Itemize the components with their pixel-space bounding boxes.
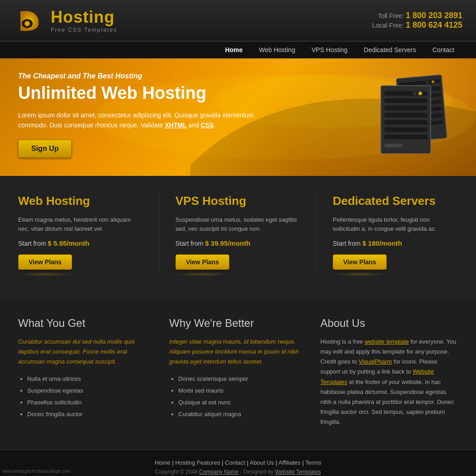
website-templates-link[interactable]: Website Templates [321,368,434,385]
designed-by: - Designed by [240,469,275,475]
list-item: Donec fringilla auctor [27,408,155,420]
info-title-1: Why We're Better [169,317,306,330]
svg-rect-14 [381,86,431,154]
tollfree-line: Toll Free: 1 800 203 2891 [372,11,462,20]
info-section: What You Get Curabitur accumsan dui sed … [0,299,476,450]
svg-rect-16 [384,98,427,103]
view-plans-btn-0[interactable]: View Plans [18,254,72,270]
nav-contact[interactable]: Contact [424,42,462,58]
feature-title-0: Web Hosting [18,194,143,208]
features-section: Web Hosting Etiam magna metus, hendrerit… [0,176,476,299]
feature-dedicated: Dedicated Servers Pellentesque ligula to… [328,194,462,277]
btn-shadow-2 [333,272,387,276]
feature-title-1: VPS Hosting [175,194,301,208]
localfree-label: Local Free: [372,22,404,29]
list-item: Quisque at est nunc [178,397,306,408]
hero-and: and [187,121,201,129]
svg-rect-17 [384,106,427,110]
feature-desc-2: Pellentesque ligula tortor, feugiat non … [333,215,458,234]
list-item: Morbi sed mauris [178,385,306,397]
nav-home[interactable]: Home [217,42,251,58]
feature-web-hosting: Web Hosting Etiam magna metus, hendrerit… [14,194,148,277]
info-what-you-get: What You Get Curabitur accumsan dui sed … [18,317,155,427]
footer-link-affiliates[interactable]: Affiliates [278,459,301,466]
tollfree-label: Toll Free: [378,12,404,19]
footer-link-hosting-features[interactable]: Hosting Features [175,459,220,466]
list-item: Phasellus sollicitudin [27,397,155,408]
svg-point-22 [418,92,422,95]
css-link[interactable]: CSS [201,121,214,129]
info-about-us: About Us Hosting is a free website templ… [321,317,458,427]
info-body-2: Hosting is a free website template for e… [321,337,458,427]
price-value-1: $ 39.95/month [205,239,250,247]
svg-rect-21 [384,135,427,139]
svg-rect-18 [384,113,427,117]
nav: Home Web Hosting VPS Hosting Dedicated S… [0,42,476,58]
signup-button[interactable]: Sign Up [18,140,72,158]
localfree-number: 1 800 624 4125 [406,20,462,29]
header: Hosting Free CSS Templates Toll Free: 1 … [0,0,476,42]
view-plans-btn-1[interactable]: View Plans [175,254,229,270]
svg-rect-20 [384,127,427,132]
svg-rect-19 [384,120,427,125]
info-body-0: Curabitur accumsan dui sed nulla mollis … [18,337,155,367]
feature-price-1: Start from $ 39.95/month [175,239,301,247]
logo-icon [14,5,45,36]
company-link[interactable]: Company Name [199,469,238,475]
footer-link-contact[interactable]: Contact [225,459,245,466]
nav-dedicated-servers[interactable]: Dedicated Servers [356,42,424,58]
footer-links: Home | Hosting Features | Contact | Abou… [14,459,462,466]
col-divider-2 [316,194,317,277]
svg-rect-24 [384,144,403,147]
footer-copyright: Copyright © 2048 Company Name - Designed… [14,469,462,475]
nav-vps-hosting[interactable]: VPS Hosting [303,42,355,58]
website-template-link[interactable]: website template [364,338,409,345]
footer-link-terms[interactable]: Terms [305,459,321,466]
watermark: www.heritagechristiancollege.com [2,469,71,474]
copyright-text: Copyright © 2048 [155,469,198,475]
feature-price-2: Start from $ 180/month [333,239,458,247]
info-why-better: Why We're Better Integer vitae magna mau… [169,317,306,427]
info-list-0: Nulla et urna ultrices Suspendisse egest… [18,373,155,420]
btn-shadow-0 [18,272,73,276]
feature-desc-1: Suspendisse urna metus, sodales eget sag… [175,215,301,234]
logo-text-area: Hosting Free CSS Templates [51,8,117,33]
footer: Home | Hosting Features | Contact | Abou… [0,450,476,476]
btn-shadow-1 [175,272,230,276]
localfree-line: Local Free: 1 800 624 4125 [372,20,462,30]
feature-vps-hosting: VPS Hosting Suspendisse urna metus, soda… [171,194,305,277]
nav-web-hosting[interactable]: Web Hosting [251,42,303,58]
xhtml-link[interactable]: XHTML [165,121,187,129]
logo-subtitle: Free CSS Templates [51,27,117,33]
list-item: Nulla et urna ultrices [27,373,155,385]
hero-title: Unlimited Web Hosting [18,84,260,103]
hero-desc-text: Lorem ipsum dolor sit amet, consectetur … [18,112,254,129]
svg-point-23 [413,92,417,95]
hero-period: . [214,121,216,129]
feature-desc-0: Etiam magna metus, hendrerit non aliquam… [18,215,143,234]
info-list-1: Donec scelerisque semper Morbi sed mauri… [169,373,306,420]
view-plans-btn-2[interactable]: View Plans [333,254,387,270]
tollfree-number: 1 800 203 2891 [406,11,462,20]
hero-tagline: The Cheapest and The Best Hosting [18,72,260,80]
hero-banner: The Cheapest and The Best Hosting Unlimi… [0,58,476,176]
svg-point-1 [24,21,30,26]
info-title-2: About Us [321,317,458,330]
visualpharm-link[interactable]: VisualPharm [359,358,392,365]
footer-link-about[interactable]: About Us [250,459,274,466]
hero-content: The Cheapest and The Best Hosting Unlimi… [18,72,260,158]
footer-link-home[interactable]: Home [155,459,170,466]
footer-sep: | [222,459,225,466]
logo-area: Hosting Free CSS Templates [14,5,117,36]
info-body-1: Integer vitae magna mauris, id bibendum … [169,337,306,367]
hero-servers [363,63,462,154]
list-item: Curabitur aliquet magna [178,408,306,420]
logo-title: Hosting [51,8,117,27]
list-item: Suspendisse egestas [27,385,155,397]
list-item: Donec scelerisque semper [178,373,306,385]
contact-info: Toll Free: 1 800 203 2891 Local Free: 1 … [372,11,462,30]
hero-description: Lorem ipsum dolor sit amet, consectetur … [18,110,260,131]
col-divider-1 [159,194,160,277]
price-value-2: $ 180/month [362,239,402,247]
website-templates-footer-link[interactable]: Website Templates [275,469,321,475]
